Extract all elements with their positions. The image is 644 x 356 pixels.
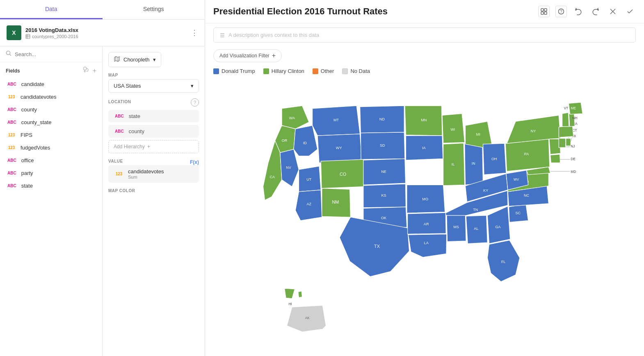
map-color-label: MAP COLOR [108, 188, 199, 193]
svg-rect-9 [541, 9, 544, 11]
state-label-TN: TN [473, 208, 478, 212]
grid-view-button[interactable] [538, 6, 550, 17]
field-name-label: county [21, 107, 37, 113]
state-VT [562, 113, 569, 127]
right-panel: Presidential Election 2016 Turnout Rates… [205, 0, 644, 356]
legend-label: Hillary Clinton [272, 68, 304, 74]
state-label-WY: WY [336, 146, 342, 150]
svg-line-5 [10, 54, 11, 56]
state-label-IL: IL [452, 162, 455, 166]
fields-header: Fields + [0, 62, 102, 78]
tab-data[interactable]: Data [0, 0, 103, 19]
state-label-MS: MS [453, 225, 459, 229]
field-type-label: 123 [6, 145, 17, 151]
tab-bar: Data Settings [0, 0, 205, 20]
panel-body: Fields + ABC candidate 123 candidatevote… [0, 46, 205, 356]
add-field-button[interactable]: + [93, 67, 96, 75]
fields-label: Fields [6, 68, 20, 74]
source-table: countypres_2000-2016 [25, 34, 187, 39]
close-button[interactable] [607, 6, 619, 17]
state-label-AZ: AZ [306, 202, 311, 206]
map-section-label: MAP [108, 73, 199, 77]
state-label-NV: NV [286, 166, 292, 170]
state-CT [559, 138, 566, 147]
location-help-button[interactable]: ? [191, 98, 199, 107]
state-label-WA: WA [289, 116, 295, 120]
field-type-label: 123 [6, 94, 17, 100]
field-name-label: county_state [21, 119, 52, 125]
filter-label: Add Visualization Filter [219, 53, 269, 59]
state-label-WV: WV [514, 178, 519, 181]
state-label-FL: FL [501, 260, 506, 264]
field-item-state[interactable]: ABC state [0, 179, 102, 192]
state-DE [550, 154, 560, 163]
add-hierarchy-button[interactable]: Add Hierarchy + [108, 140, 199, 153]
state-field-name: state [129, 113, 140, 119]
legend-item-other: Other [313, 68, 334, 74]
field-item-party[interactable]: ABC party [0, 167, 102, 179]
map-dropdown[interactable]: USA States ▾ [108, 79, 199, 93]
field-item-FIPS[interactable]: 123 FIPS [0, 129, 102, 141]
state-label-AR: AR [424, 222, 429, 226]
state-label-TX: TX [374, 244, 380, 249]
state-label-NH: NH [572, 116, 577, 120]
chart-type-button[interactable]: Choropleth ▾ [108, 52, 161, 67]
legend-swatch [213, 68, 219, 74]
chevron-down-icon: ▾ [191, 83, 194, 89]
field-item-candidatevotes[interactable]: 123 candidatevotes [0, 91, 102, 103]
state-label-MN: MN [421, 118, 427, 122]
state-label-AK: AK [305, 316, 310, 320]
ai-brain-icon[interactable] [82, 66, 89, 75]
svg-text:?: ? [560, 9, 562, 14]
fx-button[interactable]: F(x) [190, 159, 199, 165]
fields-actions: + [82, 66, 96, 75]
description-bar[interactable]: A description gives context to this data [213, 27, 636, 43]
source-info: 2016 VotingData.xlsx countypres_2000-201… [25, 27, 187, 39]
legend-label: Donald Trump [222, 68, 255, 74]
legend-item-donald-trump: Donald Trump [213, 68, 255, 74]
undo-button[interactable] [573, 6, 584, 17]
field-item-county_state[interactable]: ABC county_state [0, 116, 102, 129]
map-section: MAP USA States ▾ [108, 73, 199, 93]
field-name-label: candidate [21, 81, 44, 87]
field-type-label: ABC [6, 119, 18, 125]
state-label-HI: HI [289, 302, 292, 306]
field-item-county[interactable]: ABC county [0, 103, 102, 116]
county-type-label: ABC [113, 128, 126, 134]
search-input[interactable] [15, 51, 96, 57]
value-aggregation: Sum [128, 175, 164, 179]
svg-rect-11 [541, 12, 544, 14]
state-HI [285, 288, 295, 299]
menu-icon [219, 32, 225, 38]
state-label-MI: MI [476, 132, 480, 136]
state-label-MD: MD [571, 170, 576, 174]
help-button[interactable]: ? [555, 6, 567, 17]
state-label-MO: MO [422, 197, 428, 201]
state-label-ME: ME [571, 107, 576, 110]
source-options-button[interactable]: ⋮ [191, 28, 198, 37]
svg-rect-12 [544, 12, 547, 14]
field-item-office[interactable]: ABC office [0, 154, 102, 167]
value-item: 123 candidatevotes Sum [108, 165, 199, 183]
field-name-label: state [21, 183, 33, 189]
search-box[interactable] [0, 46, 102, 62]
choropleth-icon [114, 56, 120, 63]
settings-section: Choropleth ▾ MAP USA States ▾ LOCATION ? [103, 46, 205, 356]
location-county-item: ABC county [108, 125, 199, 138]
field-item-fudgedVotes[interactable]: 123 fudgedVotes [0, 141, 102, 154]
value-header: VALUE F(x) [108, 159, 199, 165]
source-filename: 2016 VotingData.xlsx [25, 27, 187, 33]
state-type-label: ABC [113, 113, 126, 119]
state-label-LA: LA [424, 241, 429, 245]
state-label-OK: OK [381, 216, 386, 220]
add-filter-button[interactable]: Add Visualization Filter + [213, 49, 282, 62]
value-section: VALUE F(x) 123 candidatevotes Sum [108, 159, 199, 183]
tab-settings[interactable]: Settings [103, 0, 205, 19]
map-container: WA OR CA NV ID MT WY UT CO [205, 78, 644, 356]
field-item-candidate[interactable]: ABC candidate [0, 78, 102, 91]
state-label-NM: NM [332, 200, 339, 204]
legend-swatch [342, 68, 348, 74]
confirm-button[interactable] [624, 6, 636, 17]
state-WA [282, 106, 309, 129]
redo-button[interactable] [590, 6, 601, 17]
